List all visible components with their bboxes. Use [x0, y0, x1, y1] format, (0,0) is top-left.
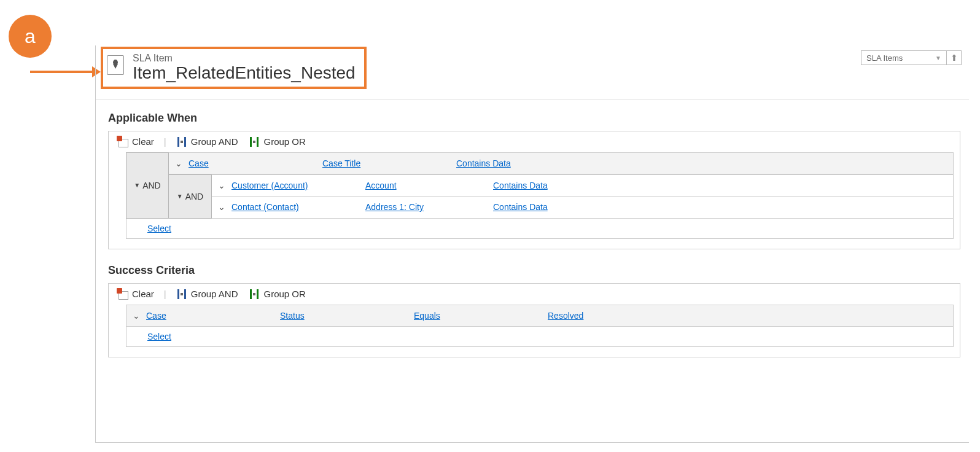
section-title-success: Success Criteria: [108, 264, 960, 277]
group-or-button[interactable]: Group OR: [245, 135, 309, 149]
callout-line: [30, 71, 99, 73]
clear-label: Clear: [132, 136, 154, 147]
and-label: AND: [142, 181, 161, 190]
section-title-applicable: Applicable When: [108, 112, 960, 125]
group-and-label: Group AND: [191, 289, 238, 299]
select-link[interactable]: Select: [147, 332, 171, 341]
toolbar-separator: |: [161, 289, 169, 299]
caret-down-icon: ▼: [134, 182, 140, 189]
entity-link[interactable]: Customer (Account): [231, 181, 308, 190]
form-panel: SLA Item Item_RelatedEntities_Nested SLA…: [95, 45, 969, 443]
success-toolbar: Clear | Group AND Group OR: [109, 284, 960, 305]
entity-link[interactable]: Contact (Contact): [231, 202, 299, 212]
applicable-condition-box: Clear | Group AND Group OR ▼ AND: [108, 131, 960, 249]
operator-link[interactable]: Contains Data: [456, 158, 511, 168]
sla-item-ribbon-icon: [107, 55, 124, 75]
select-link[interactable]: Select: [147, 224, 171, 233]
operator-link[interactable]: Contains Data: [493, 202, 548, 212]
select-row: Select: [126, 327, 954, 347]
group-or-label: Group OR: [263, 289, 305, 299]
outer-and-operator[interactable]: ▼ AND: [126, 152, 169, 219]
clause-row: ⌄ Contact (Contact) Address 1: City Cont…: [212, 197, 954, 219]
caret-down-icon: ▼: [935, 55, 941, 61]
clear-button[interactable]: Clear: [114, 135, 158, 149]
view-selector-group: SLA Items ▼ ⬆: [861, 50, 962, 65]
entity-link[interactable]: Case: [146, 311, 166, 321]
clear-label: Clear: [132, 289, 154, 299]
chevron-down-icon[interactable]: ⌄: [217, 181, 227, 190]
nested-and-group: ▼ AND ⌄ Customer (Account) Account Conta…: [169, 174, 954, 219]
applicable-body: ▼ AND ⌄ Case Case Title Contains Data ▼: [109, 152, 960, 249]
caret-down-icon: ▼: [177, 193, 183, 200]
success-body: ⌄ Case Status Equals Resolved Select: [109, 305, 960, 357]
group-and-button[interactable]: Group AND: [173, 135, 242, 149]
operator-link[interactable]: Equals: [414, 311, 440, 321]
clause-row: ⌄ Case Case Title Contains Data: [169, 152, 954, 174]
chevron-down-icon[interactable]: ⌄: [174, 158, 184, 168]
operator-link[interactable]: Contains Data: [493, 181, 548, 190]
outer-and-group: ▼ AND ⌄ Case Case Title Contains Data ▼: [126, 152, 954, 219]
group-or-icon: [249, 136, 260, 147]
group-or-button[interactable]: Group OR: [245, 287, 309, 301]
field-link[interactable]: Case Title: [322, 158, 360, 168]
callout-badge: a: [9, 15, 52, 58]
entity-link[interactable]: Case: [189, 158, 209, 168]
clause-row: ⌄ Customer (Account) Account Contains Da…: [212, 174, 954, 197]
arrow-up-icon: ⬆: [951, 53, 958, 63]
nested-and-operator[interactable]: ▼ AND: [169, 174, 212, 219]
form-body: Applicable When Clear | Group AND Group …: [96, 99, 969, 378]
field-link[interactable]: Status: [280, 311, 305, 321]
and-label: AND: [185, 192, 204, 201]
clause-row: ⌄ Case Status Equals Resolved: [126, 305, 954, 327]
group-and-button[interactable]: Group AND: [173, 287, 242, 301]
group-and-label: Group AND: [191, 136, 238, 147]
value-link[interactable]: Resolved: [548, 311, 583, 321]
chevron-down-icon[interactable]: ⌄: [131, 311, 141, 321]
navigate-up-button[interactable]: ⬆: [947, 50, 962, 65]
callout-letter: a: [25, 25, 36, 48]
field-link[interactable]: Address 1: City: [365, 202, 424, 212]
record-title: Item_RelatedEntities_Nested: [133, 64, 356, 83]
entity-type-label: SLA Item: [133, 53, 356, 64]
clear-icon: [117, 136, 128, 147]
form-header: SLA Item Item_RelatedEntities_Nested SLA…: [96, 45, 969, 99]
view-selector[interactable]: SLA Items ▼: [861, 50, 947, 65]
chevron-down-icon[interactable]: ⌄: [217, 202, 227, 212]
group-or-label: Group OR: [263, 136, 305, 147]
clear-icon: [117, 289, 128, 300]
view-selector-label: SLA Items: [866, 53, 903, 63]
group-and-icon: [176, 289, 187, 300]
group-and-icon: [176, 136, 187, 147]
title-highlight-box: SLA Item Item_RelatedEntities_Nested: [101, 47, 367, 89]
toolbar-separator: |: [161, 136, 169, 147]
field-link[interactable]: Account: [365, 181, 397, 190]
clear-button[interactable]: Clear: [114, 287, 158, 301]
select-row: Select: [126, 219, 954, 239]
success-condition-box: Clear | Group AND Group OR ⌄ Case Status…: [108, 283, 960, 357]
applicable-toolbar: Clear | Group AND Group OR: [109, 131, 960, 152]
group-or-icon: [249, 289, 260, 300]
